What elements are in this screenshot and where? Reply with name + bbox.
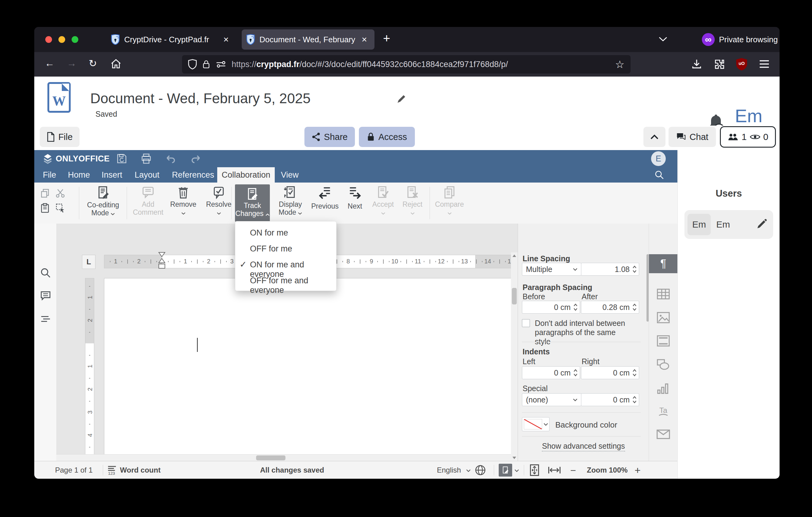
share-button[interactable]: Share [304, 127, 355, 147]
table-settings-icon[interactable] [657, 289, 670, 300]
show-advanced-settings-link[interactable]: Show advanced settings [518, 442, 649, 451]
paste-icon[interactable] [40, 203, 50, 213]
menu-file[interactable]: File [43, 170, 56, 180]
editor-user-avatar[interactable]: E [651, 151, 666, 166]
scrollbar-thumb[interactable] [256, 456, 286, 460]
file-menu-button[interactable]: File [40, 127, 80, 147]
download-icon[interactable] [691, 58, 702, 70]
new-tab-button[interactable]: + [383, 31, 390, 45]
menu-layout[interactable]: Layout [135, 170, 160, 180]
chat-button[interactable]: Chat [668, 127, 716, 147]
collapse-toolbar-button[interactable] [643, 127, 665, 147]
vertical-ruler[interactable]: 21123456 [85, 278, 94, 479]
print-icon[interactable] [141, 153, 152, 164]
zoom-in-button[interactable]: + [635, 464, 641, 476]
mail-merge-icon[interactable] [657, 429, 670, 439]
tab-close-icon[interactable]: × [361, 35, 367, 44]
track-changes-button[interactable]: Track Changes [235, 184, 270, 222]
scroll-down-icon[interactable] [512, 456, 517, 459]
line-spacing-input[interactable]: 1.08 [581, 263, 639, 276]
spacing-after-input[interactable]: 0.28 cm [581, 301, 639, 314]
menu-home[interactable]: Home [68, 170, 90, 180]
track-changes-status-toggle[interactable] [499, 464, 512, 477]
home-icon[interactable] [110, 58, 122, 70]
forward-icon[interactable]: → [67, 58, 77, 69]
copy-icon[interactable] [40, 188, 50, 198]
account-avatar[interactable]: Em [735, 105, 762, 127]
chart-settings-icon[interactable] [657, 383, 669, 394]
rename-pencil-icon[interactable] [755, 218, 767, 230]
menu-item-off-for-me[interactable]: OFF for me [250, 244, 292, 253]
image-settings-icon[interactable] [657, 312, 670, 323]
scrollbar-thumb[interactable] [512, 288, 517, 304]
line-spacing-select[interactable]: Multiple [522, 263, 581, 276]
hamburger-menu-icon[interactable] [759, 59, 770, 69]
traffic-zoom-button[interactable] [71, 36, 78, 43]
spinner-icon[interactable] [574, 369, 577, 376]
headers-footers-icon[interactable] [657, 335, 670, 347]
traffic-close-button[interactable] [45, 36, 52, 43]
menu-view[interactable]: View [281, 170, 299, 180]
zoom-out-button[interactable]: − [570, 465, 576, 476]
fit-width-icon[interactable] [548, 466, 560, 474]
extensions-puzzle-icon[interactable] [714, 58, 725, 70]
zoom-level[interactable]: Zoom 100% [587, 466, 628, 474]
edit-title-pencil-icon[interactable] [396, 94, 407, 104]
previous-change-button[interactable]: Previous [309, 186, 341, 210]
access-button[interactable]: Access [359, 127, 415, 147]
indent-right-input[interactable]: 0 cm [581, 366, 639, 379]
menu-references[interactable]: References [172, 170, 214, 180]
comments-icon[interactable] [40, 290, 51, 302]
spinner-icon[interactable] [633, 396, 636, 403]
tab-list-chevron-icon[interactable] [659, 36, 668, 42]
vertical-scrollbar[interactable] [511, 252, 518, 479]
redo-icon[interactable] [190, 154, 201, 164]
bookmark-star-icon[interactable]: ☆ [615, 58, 625, 71]
page-indicator[interactable]: Page 1 of 1 [55, 466, 93, 474]
menu-item-off-for-everyone[interactable]: OFF for me and everyone [250, 276, 336, 295]
editor-search-icon[interactable] [654, 170, 665, 180]
indent-marker[interactable] [157, 252, 167, 274]
ublock-origin-icon[interactable]: uO [735, 58, 748, 71]
paragraph-settings-tab-active[interactable]: ¶ [649, 254, 678, 273]
reload-icon[interactable]: ↻ [89, 58, 97, 69]
text-art-settings-icon[interactable]: Ta [657, 406, 670, 418]
special-select[interactable]: (none) [522, 393, 581, 406]
menu-insert[interactable]: Insert [102, 170, 122, 180]
spinner-icon[interactable] [633, 266, 636, 273]
url-bar[interactable]: https://cryptpad.fr/doc/#/3/doc/edit/ff0… [182, 55, 631, 74]
horizontal-scrollbar[interactable] [56, 454, 511, 461]
select-all-icon[interactable] [55, 203, 65, 213]
tab-close-icon[interactable]: × [223, 35, 229, 44]
back-icon[interactable]: ← [45, 58, 55, 69]
display-mode-button[interactable]: Display Mode [273, 186, 307, 216]
presence-indicator[interactable]: 1 0 [720, 126, 776, 147]
document-page[interactable] [104, 278, 529, 479]
find-icon[interactable] [40, 267, 51, 279]
language-selector[interactable]: English [437, 466, 461, 474]
spinner-icon[interactable] [633, 369, 636, 376]
scroll-up-icon[interactable] [512, 254, 517, 257]
co-editing-mode-button[interactable]: Co-editing Mode [83, 186, 123, 217]
no-interval-checkbox[interactable] [522, 319, 530, 327]
save-icon[interactable] [116, 153, 127, 164]
permissions-icon[interactable] [216, 60, 226, 69]
indent-left-input[interactable]: 0 cm [522, 366, 580, 379]
cut-icon[interactable] [55, 188, 65, 198]
tab-stop-selector[interactable]: L [82, 255, 95, 269]
fit-page-icon[interactable] [530, 464, 539, 476]
lock-icon[interactable] [202, 59, 210, 69]
shape-settings-icon[interactable] [657, 359, 670, 370]
special-by-input[interactable]: 0 cm [581, 393, 639, 406]
spellcheck-globe-icon[interactable] [475, 465, 486, 475]
page-title[interactable]: Document - Wed, February 5, 2025 [90, 90, 311, 107]
tracking-shield-icon[interactable] [188, 59, 197, 70]
next-change-button[interactable]: Next [342, 186, 368, 210]
tab-document-active[interactable]: Document - Wed, February 5, 2025 × [242, 29, 375, 50]
background-color-picker[interactable] [522, 417, 550, 431]
resolve-button[interactable]: Resolve [202, 186, 236, 216]
undo-icon[interactable] [165, 154, 176, 164]
word-count-button[interactable]: Word count [120, 466, 161, 474]
spacing-before-input[interactable]: 0 cm [522, 301, 580, 314]
tab-cryptdrive[interactable]: CryptDrive - CryptPad.fr × [107, 29, 243, 50]
